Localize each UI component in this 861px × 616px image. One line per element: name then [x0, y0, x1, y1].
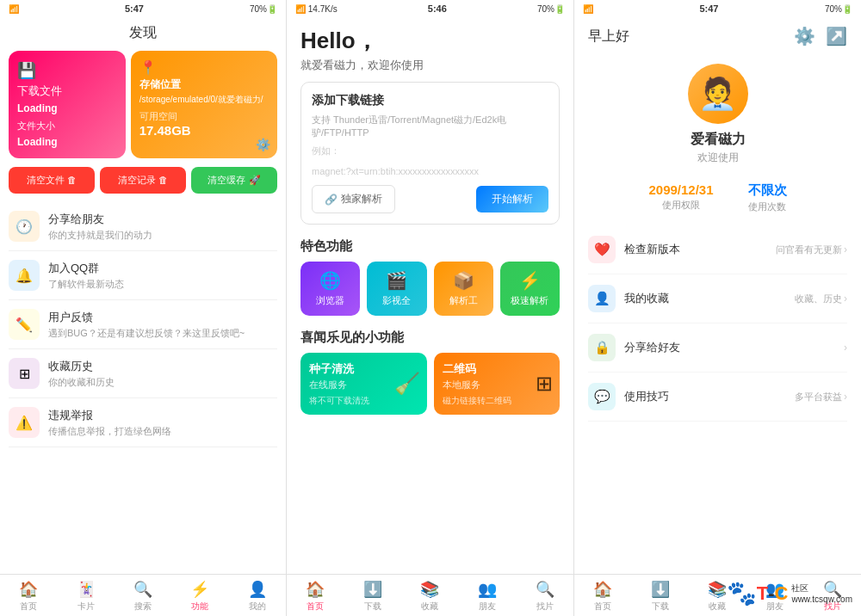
qrcode-icon: ⊞	[536, 372, 553, 396]
feature-qrcode[interactable]: 二维码 本地服务 磁力链接转二维码 ⊞	[434, 353, 561, 415]
tab3-download[interactable]: ⬇️ 下载	[632, 580, 690, 613]
add-download-actions: 🔗 独家解析 开始解析	[312, 185, 548, 213]
profile-name: 爱看磁力	[691, 131, 746, 149]
chevron-update: ›	[844, 243, 847, 256]
tab2-friends[interactable]: 👥 朋友	[459, 580, 517, 613]
qq-text: 加入QQ群 了解软件最新动态	[48, 261, 124, 291]
panel3-greeting: 早上好	[588, 28, 629, 46]
panel1-tabbar: 🏠 首页 🃏 卡片 🔍 搜索 ⚡ 功能 👤 我的	[0, 574, 286, 616]
report-text: 违规举报 传播信息举报，打造绿色网络	[48, 408, 171, 438]
logout-icon[interactable]: ↗️	[826, 26, 847, 46]
clear-records-button[interactable]: 清空记录 🗑	[100, 167, 186, 194]
menu-history[interactable]: ⊞ 收藏历史 你的收藏和历史	[9, 349, 277, 398]
stat-count-label: 使用次数	[748, 200, 787, 213]
tab2-download[interactable]: ⬇️ 下载	[344, 580, 402, 613]
tab2-home[interactable]: 🏠 首页	[287, 580, 344, 613]
report-icon: ⚠️	[9, 407, 40, 438]
browser-icon: 🌐	[319, 270, 341, 291]
signal-1: 📶	[9, 4, 19, 14]
tab1-search[interactable]: 🔍 搜索	[115, 580, 171, 613]
wm-dash: -	[768, 582, 774, 605]
avatar: 🧑‍💼	[688, 64, 748, 124]
add-download-placeholder: magnet:?xt=urn:btih:xxxxxxxxxxxxxxxxx	[312, 166, 548, 176]
feature-seed-wash[interactable]: 种子清洗 在线服务 将不可下载清洗 🧹	[300, 353, 427, 415]
tab2-collect[interactable]: 📚 收藏	[401, 580, 459, 613]
tab2-find[interactable]: 🔍 找片	[516, 580, 573, 613]
battery-1: 70%🔋	[250, 4, 277, 14]
download-loading-1: Loading	[17, 102, 117, 114]
avail-value: 17.48GB	[139, 123, 269, 138]
gear-icon[interactable]: ⚙️	[256, 138, 270, 151]
settings-icon[interactable]: ⚙️	[794, 26, 815, 46]
menu-my-collect[interactable]: 👤 我的收藏 收藏、历史 ›	[588, 274, 847, 323]
time-1: 5:47	[125, 3, 144, 14]
qq-icon: 🔔	[9, 260, 40, 291]
clear-files-button[interactable]: 清空文件 🗑	[9, 167, 95, 194]
filesize-loading: Loading	[17, 136, 117, 148]
clear-cache-button[interactable]: 清空缓存 🚀	[191, 167, 277, 194]
add-download-hint: 支持 Thunder迅雷/Torrent/Magnet磁力/Ed2k电驴/FTP…	[312, 114, 548, 139]
download-card-title: 下载文件	[17, 83, 117, 99]
tab1-mine[interactable]: 👤 我的	[229, 580, 286, 613]
menu-share[interactable]: 🕐 分享给朋友 你的支持就是我们的动力	[9, 202, 277, 251]
menu-feedback[interactable]: ✏️ 用户反馈 遇到BUG？还是有建议想反馈？来这里反馈吧~	[9, 300, 277, 349]
feature-parse-tool[interactable]: 📦 解析工	[434, 262, 493, 316]
panel-home: 📶 14.7K/s 5:46 70%🔋 Hello， 就爱看磁力，欢迎你使用 添…	[287, 0, 574, 616]
wm-c: C	[775, 582, 789, 605]
storage-title: 存储位置	[139, 77, 269, 92]
watermark: 🐾 T - C 社区www.tcsqw.com	[727, 579, 852, 607]
add-download-title: 添加下载链接	[312, 93, 548, 108]
panel2-tabbar: 🏠 首页 ⬇️ 下载 📚 收藏 👥 朋友 🔍 找片	[287, 574, 573, 616]
feature-grid: 🌐 浏览器 🎬 影视全 📦 解析工 ⚡ 极速解析	[287, 262, 573, 326]
btn-exclusive-parse[interactable]: 🔗 独家解析	[312, 185, 395, 213]
battery-3: 70%🔋	[825, 4, 852, 14]
share-friend-icon: 🔒	[588, 334, 616, 361]
status-bar-1: 📶 5:47 70%🔋	[0, 0, 286, 17]
tab1-card[interactable]: 🃏 卡片	[57, 580, 114, 613]
time-2: 5:46	[428, 3, 447, 14]
filesize-label: 文件大小	[17, 120, 117, 132]
paw-icon: 🐾	[727, 579, 757, 607]
feature-video[interactable]: 🎬 影视全	[367, 262, 426, 316]
add-download-example-label: 例如：	[312, 145, 548, 157]
menu-qq[interactable]: 🔔 加入QQ群 了解软件最新动态	[9, 251, 277, 300]
small-feature-grid: 种子清洗 在线服务 将不可下载清洗 🧹 二维码 本地服务 磁力链接转二维码 ⊞	[287, 353, 573, 423]
time-3: 5:47	[699, 3, 718, 14]
tab1-feature[interactable]: ⚡ 功能	[171, 580, 228, 613]
storage-path: /storage/emulated/0/就爱着磁力/	[139, 94, 269, 105]
status-bar-2: 📶 14.7K/s 5:46 70%🔋	[287, 0, 573, 17]
download-icon: 💾	[17, 61, 117, 80]
history-text: 收藏历史 你的收藏和历史	[48, 359, 115, 389]
update-icon: ❤️	[588, 236, 616, 263]
share-text: 分享给朋友 你的支持就是我们的动力	[48, 212, 152, 242]
chevron-tips: ›	[844, 391, 847, 403]
share-icon: 🕐	[9, 211, 40, 242]
tab1-home[interactable]: 🏠 首页	[0, 580, 57, 613]
menu-tips[interactable]: 💬 使用技巧 多平台获益 ›	[588, 373, 847, 422]
fast-icon: ⚡	[519, 270, 541, 291]
feature-fast-parse[interactable]: ⚡ 极速解析	[500, 262, 560, 316]
stat-expire-label: 使用权限	[648, 199, 713, 212]
signal-2: 📶 14.7K/s	[295, 4, 338, 14]
tab3-home[interactable]: 🏠 首页	[574, 580, 632, 613]
add-download-box: 添加下载链接 支持 Thunder迅雷/Torrent/Magnet磁力/Ed2…	[300, 82, 560, 225]
small-features-title: 喜闻乐见的小功能	[287, 326, 573, 353]
stat-expire-value: 2099/12/31	[648, 182, 713, 197]
tips-icon: 💬	[588, 383, 616, 410]
features-section-title: 特色功能	[287, 235, 573, 262]
panel1-title: 发现	[0, 17, 286, 51]
panel-discover: 📶 5:47 70%🔋 发现 💾 下载文件 Loading 文件大小 Loadi…	[0, 0, 287, 616]
menu-check-update[interactable]: ❤️ 检查新版本 问官看有无更新 ›	[588, 225, 847, 274]
feature-browser[interactable]: 🌐 浏览器	[300, 262, 360, 316]
parse-tool-icon: 📦	[453, 270, 474, 291]
panel1-actions: 清空文件 🗑 清空记录 🗑 清空缓存 🚀	[0, 167, 286, 202]
panel1-cards: 💾 下载文件 Loading 文件大小 Loading 📍 存储位置 /stor…	[0, 51, 286, 167]
btn-start-parse[interactable]: 开始解析	[476, 186, 548, 213]
collect-icon: 👤	[588, 285, 616, 312]
profile-stats: 2099/12/31 使用权限 不限次 使用次数	[574, 174, 861, 225]
menu-share-friend[interactable]: 🔒 分享给好友 ›	[588, 323, 847, 373]
panel-profile: 📶 5:47 70%🔋 早上好 ⚙️ ↗️ 🧑‍💼 爱看磁力 欢迎使用 2099…	[574, 0, 861, 616]
panel1-menu: 🕐 分享给朋友 你的支持就是我们的动力 🔔 加入QQ群 了解软件最新动态 ✏️ …	[0, 202, 286, 574]
panel3-header-icons: ⚙️ ↗️	[794, 26, 847, 46]
menu-report[interactable]: ⚠️ 违规举报 传播信息举报，打造绿色网络	[9, 398, 277, 447]
